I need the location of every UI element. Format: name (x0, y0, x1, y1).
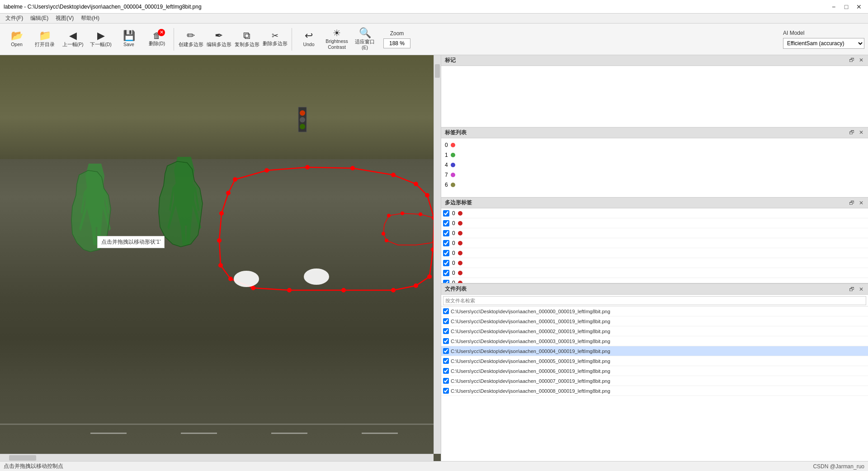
ai-model-select[interactable]: EfficientSam (accuracy) EfficientSam (sp… (783, 38, 864, 49)
menu-file[interactable]: 文件(F) (2, 14, 27, 23)
marks-close-btn[interactable]: ✕ (858, 57, 864, 63)
ai-model-area: AI Model EfficientSam (accuracy) Efficie… (783, 30, 864, 49)
fit-window-button[interactable]: 🔍 适应窗口(E) (352, 26, 378, 53)
file-checkbox[interactable] (443, 328, 449, 334)
app-title: labelme - C:\Users\ycc\Desktop\dev\json\… (4, 4, 202, 10)
save-label: Save (123, 42, 134, 47)
svg-point-17 (218, 263, 223, 268)
filelist-close-btn[interactable]: ✕ (858, 286, 864, 292)
menu-view[interactable]: 视图(V) (52, 14, 77, 23)
file-item[interactable]: C:\Users\ycc\Desktop\dev\json\aachen_000… (441, 356, 868, 366)
brightness-button[interactable]: ☀ BrightnessContrast (324, 26, 350, 53)
file-checkbox[interactable] (443, 368, 449, 374)
zoom-input[interactable] (383, 38, 410, 48)
file-item[interactable]: C:\Users\ycc\Desktop\dev\json\aachen_000… (441, 306, 868, 316)
prev-button[interactable]: ◀ 上一幅(P) (60, 26, 86, 53)
svg-point-32 (419, 212, 422, 216)
polygon-float-btn[interactable]: 🗗 (848, 200, 855, 206)
poly-checkbox[interactable] (443, 260, 449, 266)
file-checkbox[interactable] (443, 348, 449, 354)
file-item[interactable]: C:\Users\ycc\Desktop\dev\json\aachen_000… (441, 366, 868, 376)
poly-dot (458, 231, 462, 236)
copy-polygon-icon: ⧉ (243, 31, 250, 41)
open-label: Open (11, 42, 23, 47)
file-checkbox[interactable] (443, 378, 449, 384)
file-checkbox[interactable] (443, 358, 449, 364)
poly-checkbox[interactable] (443, 230, 449, 236)
delete-button[interactable]: 🗑 ✕ 删除(D) (144, 26, 170, 53)
marks-controls: 🗗 ✕ (848, 57, 864, 63)
file-name: C:\Users\ycc\Desktop\dev\json\aachen_000… (451, 378, 610, 384)
poly-checkbox[interactable] (443, 220, 449, 226)
file-item[interactable]: C:\Users\ycc\Desktop\dev\json\aachen_000… (441, 386, 868, 396)
labels-close-btn[interactable]: ✕ (858, 129, 864, 136)
poly-checkbox[interactable] (443, 240, 449, 246)
svg-point-2 (264, 168, 269, 173)
close-button[interactable]: ✕ (854, 2, 864, 11)
brightness-label: BrightnessContrast (326, 38, 348, 50)
poly-dot (458, 251, 462, 255)
label-item: 6 (445, 180, 864, 190)
right-panel: 标记 🗗 ✕ 标签列表 🗗 ✕ 0 (441, 55, 868, 461)
polygon-close-btn[interactable]: ✕ (858, 200, 864, 206)
file-checkbox[interactable] (443, 318, 449, 324)
file-item[interactable]: C:\Users\ycc\Desktop\dev\json\aachen_000… (441, 376, 868, 386)
svg-point-14 (287, 288, 292, 292)
marks-float-btn[interactable]: 🗗 (848, 57, 855, 63)
prev-icon: ◀ (69, 31, 77, 41)
poly-item: 0 (441, 268, 868, 278)
filelist-float-btn[interactable]: 🗗 (848, 286, 855, 292)
open-dir-icon: 📁 (39, 31, 51, 41)
polygon-controls: 🗗 ✕ (848, 200, 864, 206)
car-polygon-overlay (0, 55, 441, 461)
edit-polygon-label: 编辑多边形 (207, 42, 231, 47)
edit-polygon-icon: ✒ (215, 31, 223, 41)
poly-checkbox[interactable] (443, 270, 449, 276)
canvas-hscroll[interactable] (0, 454, 434, 461)
canvas-vscroll[interactable] (434, 55, 441, 454)
delete-polygon-label: 删除多边形 (263, 41, 288, 47)
label-item: 7 (445, 170, 864, 180)
delete-polygon-button[interactable]: ✂ 删除多边形 (262, 26, 288, 53)
minimize-button[interactable]: − (828, 2, 839, 11)
file-checkbox[interactable] (443, 308, 449, 314)
poly-checkbox[interactable] (443, 210, 449, 217)
file-item[interactable]: C:\Users\ycc\Desktop\dev\json\aachen_000… (441, 336, 868, 346)
file-item[interactable]: C:\Users\ycc\Desktop\dev\json\aachen_000… (441, 326, 868, 336)
svg-marker-22 (159, 161, 203, 247)
delete-label: 删除(D) (149, 41, 165, 47)
svg-point-31 (401, 212, 404, 215)
file-search-input[interactable] (443, 296, 866, 305)
poly-item: 0 (441, 228, 868, 238)
svg-point-16 (228, 277, 233, 281)
svg-point-7 (425, 193, 429, 198)
file-name: C:\Users\ycc\Desktop\dev\json\aachen_000… (451, 349, 610, 354)
next-button[interactable]: ▶ 下一幅(D) (88, 26, 114, 53)
copy-polygon-button[interactable]: ⧉ 复制多边形 (234, 26, 260, 53)
file-name: C:\Users\ycc\Desktop\dev\json\aachen_000… (451, 329, 610, 334)
open-icon: 📂 (11, 31, 23, 41)
svg-point-18 (217, 238, 222, 243)
canvas-area[interactable]: 点击并拖拽以移动形状'1' (0, 55, 441, 461)
poly-checkbox[interactable] (443, 250, 449, 256)
menu-help[interactable]: 帮助(H) (77, 14, 103, 23)
toolbar-separator-2 (292, 28, 292, 51)
create-polygon-button[interactable]: ✏ 创建多边形 (178, 26, 204, 53)
save-button[interactable]: 💾 Save (116, 26, 142, 53)
svg-point-24 (300, 110, 305, 116)
edit-polygon-button[interactable]: ✒ 编辑多边形 (206, 26, 232, 53)
svg-point-1 (233, 177, 237, 182)
file-item[interactable]: C:\Users\ycc\Desktop\dev\json\aachen_000… (441, 316, 868, 326)
poly-checkbox[interactable] (443, 280, 449, 283)
file-checkbox[interactable] (443, 338, 449, 344)
undo-button[interactable]: ↩ Undo (296, 26, 322, 53)
poly-item: 0 (441, 218, 868, 228)
labels-float-btn[interactable]: 🗗 (848, 129, 855, 136)
open-button[interactable]: 📂 Open (4, 26, 30, 53)
label-dot (451, 163, 455, 167)
open-dir-button[interactable]: 📁 打开目录 (32, 26, 58, 53)
menu-edit[interactable]: 编辑(E) (27, 14, 52, 23)
file-item-active[interactable]: C:\Users\ycc\Desktop\dev\json\aachen_000… (441, 346, 868, 356)
file-checkbox[interactable] (443, 388, 449, 394)
maximize-button[interactable]: □ (841, 2, 852, 11)
